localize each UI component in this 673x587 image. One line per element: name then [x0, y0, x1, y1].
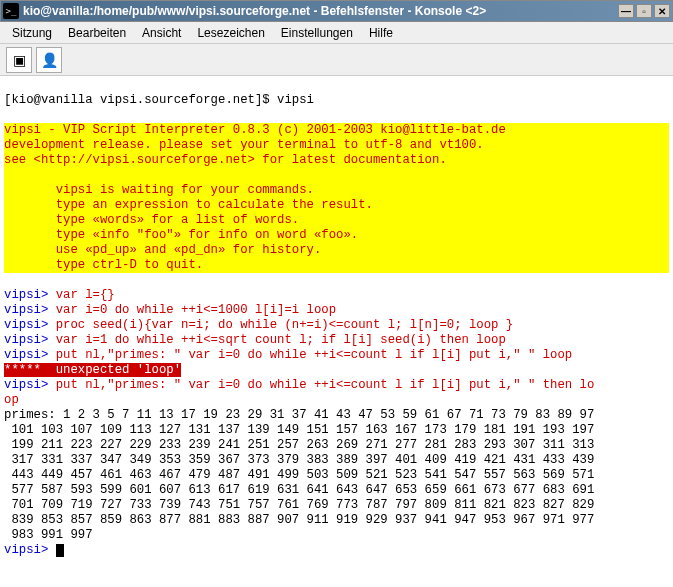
vipsi-prompt: vipsi>	[4, 348, 56, 362]
toolbar: ▣ 👤	[0, 44, 673, 76]
shell-prompt: [kio@vanilla vipsi.sourceforge.net]$	[4, 93, 277, 107]
banner-line: type «info "foo"» for info on word «foo»…	[4, 228, 669, 243]
shell-command: vipsi	[277, 93, 314, 107]
new-session-button[interactable]: ▣	[6, 47, 32, 73]
banner-line: type «words» for a list of words.	[4, 213, 669, 228]
vipsi-prompt: vipsi>	[4, 333, 56, 347]
vipsi-prompt: vipsi>	[4, 318, 56, 332]
output-line: 199 211 223 227 229 233 239 241 251 257 …	[4, 438, 594, 452]
vipsi-prompt: vipsi>	[4, 303, 56, 317]
window-titlebar: kio@vanilla:/home/pub/www/vipsi.sourcefo…	[0, 0, 673, 22]
output-line: 839 853 857 859 863 877 881 883 887 907 …	[4, 513, 594, 527]
banner-line: development release. please set your ter…	[4, 138, 669, 153]
error-line: ***** unexpected 'loop'	[4, 363, 181, 377]
vipsi-command: var i=0 do while ++i<=1000 l[i]=i loop	[56, 303, 336, 317]
menu-sitzung[interactable]: Sitzung	[6, 24, 58, 42]
banner-line: use «pd_up» and «pd_dn» for history.	[4, 243, 669, 258]
banner-line: type an expression to calculate the resu…	[4, 198, 669, 213]
vipsi-prompt: vipsi>	[4, 288, 56, 302]
window-title: kio@vanilla:/home/pub/www/vipsi.sourcefo…	[23, 4, 618, 18]
person-icon: 👤	[41, 52, 58, 68]
menu-bearbeiten[interactable]: Bearbeiten	[62, 24, 132, 42]
banner-line: type ctrl-D to quit.	[4, 258, 669, 273]
banner-line: vipsi - VIP Script Interpreter 0.8.3 (c)…	[4, 123, 669, 138]
vipsi-prompt: vipsi>	[4, 378, 56, 392]
vipsi-command: put nl,"primes: " var i=0 do while ++i<=…	[56, 378, 595, 392]
menu-ansicht[interactable]: Ansicht	[136, 24, 187, 42]
terminal-output[interactable]: [kio@vanilla vipsi.sourceforge.net]$ vip…	[0, 76, 673, 560]
vipsi-command: var i=1 do while ++i<=sqrt count l; if l…	[56, 333, 506, 347]
banner-line: vipsi is waiting for your commands.	[4, 183, 669, 198]
cursor	[56, 544, 64, 557]
menu-bar: Sitzung Bearbeiten Ansicht Lesezeichen E…	[0, 22, 673, 44]
output-line: 443 449 457 461 463 467 479 487 491 499 …	[4, 468, 594, 482]
menu-lesezeichen[interactable]: Lesezeichen	[191, 24, 270, 42]
profile-button[interactable]: 👤	[36, 47, 62, 73]
vipsi-command-wrap: op	[4, 393, 19, 407]
banner-line: see <http://vipsi.sourceforge.net> for l…	[4, 153, 669, 168]
menu-einstellungen[interactable]: Einstellungen	[275, 24, 359, 42]
output-line: primes: 1 2 3 5 7 11 13 17 19 23 29 31 3…	[4, 408, 594, 422]
banner-line	[4, 168, 669, 183]
vipsi-command: proc seed(i){var n=i; do while (n+=i)<=c…	[56, 318, 514, 332]
output-line: 101 103 107 109 113 127 131 137 139 149 …	[4, 423, 594, 437]
minimize-button[interactable]: —	[618, 4, 634, 18]
output-line: 317 331 337 347 349 353 359 367 373 379 …	[4, 453, 594, 467]
vipsi-prompt: vipsi>	[4, 543, 56, 557]
app-icon	[3, 3, 19, 19]
window-controls: — ▫ ✕	[618, 4, 670, 18]
vipsi-command: var l={}	[56, 288, 115, 302]
menu-hilfe[interactable]: Hilfe	[363, 24, 399, 42]
maximize-button[interactable]: ▫	[636, 4, 652, 18]
output-line: 577 587 593 599 601 607 613 617 619 631 …	[4, 483, 594, 497]
output-line: 701 709 719 727 733 739 743 751 757 761 …	[4, 498, 594, 512]
close-button[interactable]: ✕	[654, 4, 670, 18]
terminal-icon: ▣	[13, 52, 26, 68]
vipsi-command: put nl,"primes: " var i=0 do while ++i<=…	[56, 348, 573, 362]
output-line: 983 991 997	[4, 528, 93, 542]
